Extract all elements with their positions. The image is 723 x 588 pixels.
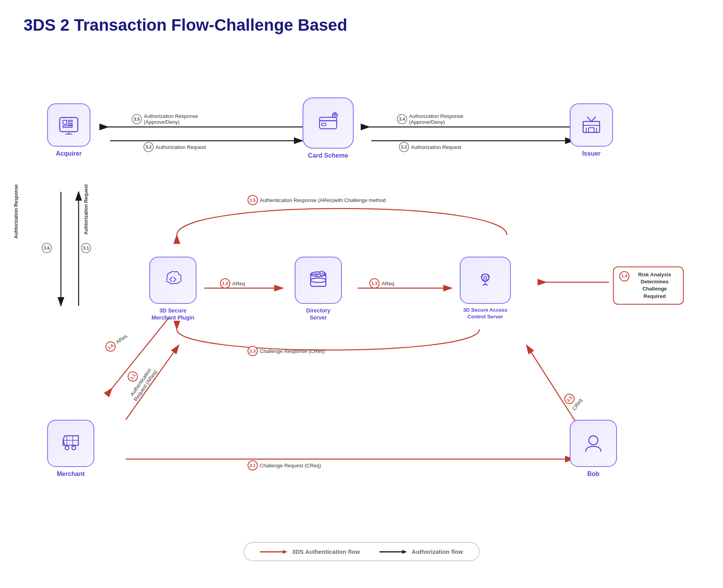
- badge-2-1: 2.1: [248, 460, 258, 470]
- label-3-4-text: Authorization Response(Approve/Deny): [409, 113, 463, 125]
- page-title: 3DS 2 Transaction Flow-Challenge Based: [24, 16, 699, 35]
- directory-server-box: [295, 257, 342, 304]
- badge-3-2: 3.2: [143, 142, 154, 152]
- svg-rect-20: [68, 123, 72, 125]
- label-1-5-text: Authentication Response (ARes)with Chall…: [260, 197, 386, 203]
- label-2-3: 2.3 Challenge Response (CRes): [248, 346, 325, 356]
- card-scheme-box: [303, 97, 354, 149]
- svg-point-44: [589, 436, 598, 445]
- badge-1-5: 1.5: [248, 195, 258, 205]
- vert-auth-response: Auhtorization Response: [12, 184, 19, 239]
- label-1-6: 1.6 ARes: [103, 331, 129, 353]
- svg-rect-21: [63, 126, 72, 127]
- svg-rect-28: [583, 121, 600, 132]
- acquirer-box: [47, 103, 90, 147]
- card-scheme-label: Card Scheme: [308, 152, 348, 160]
- legend-3ds: 3DS Authentication flow: [260, 548, 360, 555]
- label-3-4: 3.4 Authorization Response(Approve/Deny): [397, 113, 463, 125]
- label-2-1-text: Challenge Request (CReq): [260, 463, 321, 469]
- merchant-node: Merchant: [47, 420, 94, 478]
- label-3-5-text: Authorization Response(Approve/Deny): [144, 113, 198, 125]
- label-1-3-text: AReq: [382, 281, 395, 287]
- issuer-label: Issuer: [582, 150, 600, 158]
- svg-point-40: [72, 446, 76, 450]
- label-3-2: 3.2 Authorization Request: [143, 142, 206, 152]
- acs-box: [460, 257, 511, 304]
- directory-server-label: DirectoryServer: [306, 307, 330, 321]
- label-2-1: 2.1 Challenge Request (CReq): [248, 460, 321, 470]
- label-2-3-text: Challenge Response (CRes): [260, 348, 325, 354]
- label-1-2: 1.2 AReq: [220, 278, 245, 288]
- merchant-box: [47, 420, 94, 467]
- legend: 3DS Authentication flow Authorization fl…: [244, 542, 480, 561]
- badge-3-1-container: 3.1: [81, 243, 91, 253]
- merchant-label: Merchant: [57, 470, 84, 478]
- card-scheme-node: Card Scheme: [303, 97, 354, 160]
- acs-node: 3D Secure AccessControl Server: [460, 257, 511, 320]
- badge-1-4: 1.4: [619, 271, 629, 281]
- legend-authz-label: Authorization flow: [412, 548, 463, 555]
- badge-3-3: 3.3: [399, 142, 409, 152]
- label-3-3: 3.3 Authorization Request: [399, 142, 461, 152]
- label-2-2: 2.2 CReq: [562, 391, 584, 412]
- label-1-6-text: ARes: [115, 333, 128, 345]
- issuer-box: [570, 103, 613, 147]
- svg-point-39: [65, 446, 69, 450]
- bob-label: Bob: [587, 470, 599, 478]
- issuer-node: Issuer: [570, 103, 613, 158]
- svg-rect-18: [63, 120, 67, 124]
- acquirer-node: Acquirer: [47, 103, 90, 158]
- badge-3-4: 3.4: [397, 114, 407, 124]
- bob-box: [570, 420, 617, 467]
- svg-rect-19: [68, 120, 72, 122]
- label-1-5: 1.5 Authentication Response (ARes)with C…: [248, 195, 386, 205]
- label-1-2-text: AReq: [232, 281, 245, 287]
- risk-label: Risk AnalysisDetermines ChallengeRequire…: [632, 271, 677, 300]
- badge-3-1: 3.1: [81, 243, 91, 253]
- badge-3-6-container: 3.6: [42, 243, 52, 253]
- svg-rect-30: [589, 128, 594, 132]
- label-3-2-text: Authorization Request: [156, 144, 206, 150]
- svg-marker-46: [283, 550, 288, 554]
- risk-box-1-4: 1.4 Risk AnalysisDetermines ChallengeReq…: [613, 266, 684, 305]
- svg-point-35: [311, 278, 326, 283]
- legend-3ds-label: 3DS Authentication flow: [292, 548, 360, 555]
- legend-authz: Authorization flow: [380, 548, 463, 555]
- label-1-1: 1.1 AuthenticationRequest (AReq): [118, 359, 158, 402]
- label-3-5: 3.5 Authorization Response(Approve/Deny): [132, 113, 198, 125]
- mpi-label: 3D SecureMerchant Plugin: [152, 307, 195, 321]
- vert-auth-request: Auhtorization Request: [82, 184, 89, 235]
- acquirer-label: Acquirer: [56, 150, 82, 158]
- svg-marker-48: [402, 550, 407, 554]
- badge-2-3: 2.3: [248, 346, 258, 356]
- badge-3-6: 3.6: [42, 243, 52, 253]
- directory-server-node: DirectoryServer: [295, 257, 342, 321]
- bob-node: Bob: [570, 420, 617, 478]
- mpi-box: [149, 257, 196, 304]
- svg-rect-26: [321, 123, 326, 125]
- mpi-node: 3D SecureMerchant Plugin: [149, 257, 196, 321]
- badge-3-5: 3.5: [132, 114, 142, 124]
- acs-label: 3D Secure AccessControl Server: [463, 307, 507, 320]
- svg-point-38: [484, 276, 486, 279]
- badge-1-2: 1.2: [220, 278, 230, 288]
- diagram: Acquirer Card Scheme Issu: [28, 46, 695, 565]
- badge-1-3: 1.3: [369, 278, 380, 288]
- label-1-3: 1.3 AReq: [369, 278, 395, 288]
- label-3-3-text: Authorization Request: [411, 144, 461, 150]
